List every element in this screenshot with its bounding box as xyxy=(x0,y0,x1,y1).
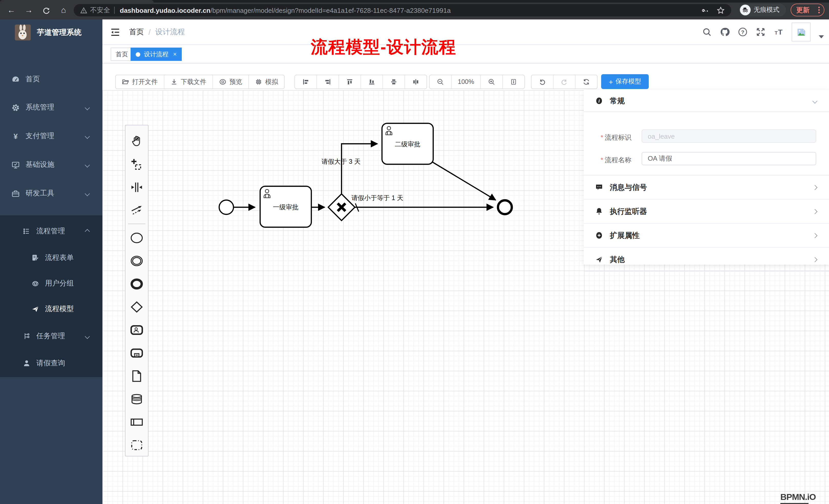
align-right-button[interactable] xyxy=(317,75,339,88)
sidebar-item-label: 请假查询 xyxy=(36,359,65,368)
restart-button[interactable] xyxy=(576,75,597,88)
create-subprocess[interactable] xyxy=(127,341,147,364)
browser-back-button[interactable]: ← xyxy=(5,4,17,16)
gear-icon xyxy=(11,103,20,112)
zoom-out-button[interactable] xyxy=(430,75,452,88)
start-event[interactable] xyxy=(219,200,233,215)
zoom-reset-button[interactable] xyxy=(503,75,524,88)
panel-section-other[interactable]: 其他 xyxy=(584,248,829,272)
create-data-store[interactable] xyxy=(127,387,147,411)
sidebar-logo-row[interactable]: 芋道管理系统 xyxy=(0,20,102,45)
browser-menu-icon[interactable] xyxy=(818,7,820,13)
create-group[interactable] xyxy=(127,433,147,456)
condition-label-le[interactable]: 请假小于等于 1 天 xyxy=(352,194,403,201)
process-name-input[interactable] xyxy=(642,152,816,165)
font-size-icon[interactable]: TT xyxy=(774,27,784,37)
sidebar-item-process-manage[interactable]: 流程管理 xyxy=(0,219,102,244)
tab-close-icon[interactable]: × xyxy=(173,51,177,58)
align-bottom-button[interactable] xyxy=(361,75,383,88)
download-file-button[interactable]: 下载文件 xyxy=(165,75,213,88)
sidebar-collapse-icon[interactable] xyxy=(110,27,121,38)
zoom-in-button[interactable] xyxy=(481,75,503,88)
sidebar-item-leave-query[interactable]: 请假查询 xyxy=(0,350,102,376)
flow-gateway-to-task2[interactable] xyxy=(341,144,377,194)
create-user-task[interactable] xyxy=(127,318,147,341)
sidebar-item-task-manage[interactable]: 任务管理 xyxy=(0,323,102,349)
panel-section-listeners[interactable]: 执行监听器 xyxy=(584,200,829,224)
fullscreen-icon[interactable] xyxy=(756,27,765,37)
browser-forward-button[interactable]: → xyxy=(23,4,35,16)
lasso-tool[interactable] xyxy=(127,153,147,176)
incognito-label: 无痕模式 xyxy=(754,6,779,14)
open-file-button[interactable]: 打开文件 xyxy=(116,75,165,88)
security-label[interactable]: 不安全 xyxy=(90,6,110,15)
sidebar-item-infrastructure[interactable]: 基础设施 xyxy=(0,152,102,178)
create-gateway[interactable] xyxy=(127,295,147,318)
panel-section-general[interactable]: i 常规 xyxy=(584,90,829,112)
tab-home[interactable]: 首页 xyxy=(111,48,133,61)
sidebar-item-label: 用户分组 xyxy=(45,279,74,288)
github-icon[interactable] xyxy=(720,27,730,37)
browser-reload-button[interactable] xyxy=(40,4,52,16)
avatar-caret-icon[interactable] xyxy=(819,35,824,38)
create-intermediate-event[interactable] xyxy=(127,249,147,272)
sidebar-item-payment[interactable]: ¥ 支付管理 xyxy=(0,123,102,149)
breadcrumb-home[interactable]: 首页 xyxy=(129,27,144,37)
align-top-button[interactable] xyxy=(339,75,361,88)
global-connect-tool[interactable] xyxy=(127,198,147,222)
create-data-object[interactable] xyxy=(127,364,147,387)
sidebar-item-system[interactable]: 系统管理 xyxy=(0,95,102,120)
search-icon[interactable] xyxy=(702,27,712,37)
sidebar-item-label: 任务管理 xyxy=(36,332,65,341)
exclusive-gateway[interactable] xyxy=(328,194,355,221)
url-host[interactable]: dashboard.yudao.iocoder.cn xyxy=(120,6,211,14)
chevron-right-icon xyxy=(813,185,818,190)
bpmn-palette xyxy=(125,125,148,456)
align-left-button[interactable] xyxy=(295,75,317,88)
simulate-button[interactable]: 模拟 xyxy=(249,75,284,88)
browser-active-tab[interactable] xyxy=(0,0,154,3)
bpmn-io-logo-underline xyxy=(780,503,808,504)
sidebar-item-devtools[interactable]: 研发工具 xyxy=(0,181,102,206)
panel-section-messages[interactable]: 消息与信号 xyxy=(584,176,829,200)
user-task-level1[interactable]: 一级审批 xyxy=(260,186,311,227)
undo-button[interactable] xyxy=(532,75,553,88)
space-tool[interactable] xyxy=(127,176,147,198)
redo-icon xyxy=(561,78,568,85)
panel-section-extensions[interactable]: 扩展属性 xyxy=(584,224,829,248)
align-center-button[interactable] xyxy=(405,75,427,88)
sidebar-item-user-group[interactable]: 用户分组 xyxy=(0,271,102,296)
end-event[interactable] xyxy=(498,200,512,214)
browser-home-button[interactable]: ⌂ xyxy=(57,4,70,16)
condition-label-gt[interactable]: 请假大于 3 天 xyxy=(322,158,361,165)
create-start-event[interactable] xyxy=(127,226,147,249)
update-button[interactable]: 更新 xyxy=(791,4,824,16)
user-task-level2[interactable]: 二级审批 xyxy=(382,123,433,164)
page-root: ← → ⌂ 不安全 dashboard.yudao.iocoder.cn/bpm… xyxy=(0,0,829,504)
section-title: 其他 xyxy=(610,255,625,264)
bpmn-io-logo[interactable]: BPMN.iO xyxy=(780,492,816,504)
sidebar-item-process-model[interactable]: 流程模型 xyxy=(0,296,102,322)
preview-button[interactable]: 预览 xyxy=(213,75,249,88)
tab-design-process[interactable]: 设计流程 × xyxy=(131,48,182,61)
bookmark-star-icon[interactable] xyxy=(716,6,725,14)
save-model-button[interactable]: + 保存模型 xyxy=(601,74,649,89)
flow-task2-to-end[interactable] xyxy=(433,162,496,200)
plus-circle-icon xyxy=(595,231,603,239)
hand-tool[interactable] xyxy=(127,129,147,153)
align-middle-button[interactable] xyxy=(383,75,405,88)
svg-text:?: ? xyxy=(741,29,745,35)
help-icon[interactable]: ? xyxy=(738,27,748,37)
sidebar-item-home[interactable]: 首页 xyxy=(0,67,102,92)
avatar[interactable] xyxy=(792,23,810,41)
url-divider xyxy=(114,7,115,14)
download-icon xyxy=(171,78,178,85)
url-path[interactable]: /bpm/manager/model/design?modelId=e4a1a1… xyxy=(211,6,450,14)
password-key-icon[interactable] xyxy=(700,6,709,14)
create-participant[interactable] xyxy=(127,411,147,433)
address-bar[interactable]: 不安全 dashboard.yudao.iocoder.cn/bpm/manag… xyxy=(74,4,731,16)
create-end-event[interactable] xyxy=(127,272,147,295)
redo-button[interactable] xyxy=(553,75,576,88)
process-key-input[interactable] xyxy=(642,129,816,143)
sidebar-item-process-form[interactable]: 流程表单 xyxy=(0,245,102,271)
